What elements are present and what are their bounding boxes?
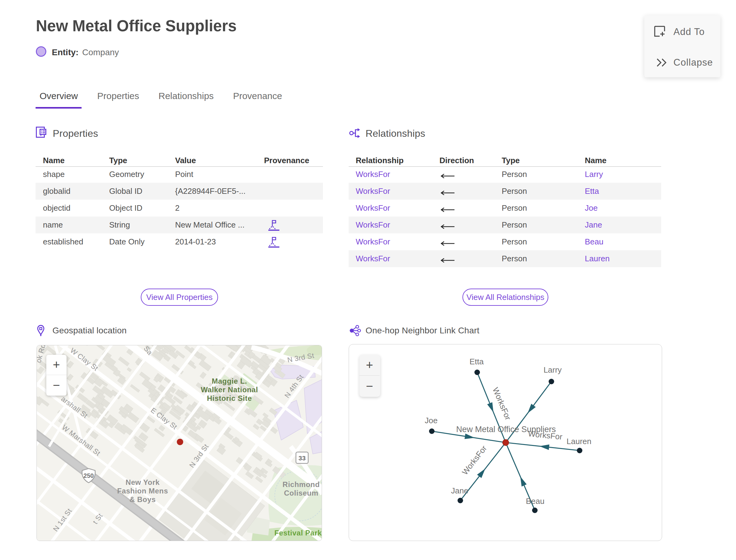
- svg-text:WorksFor: WorksFor: [460, 444, 489, 477]
- svg-text:Beau: Beau: [526, 497, 545, 506]
- svg-text:33: 33: [298, 455, 305, 462]
- svg-text:Coliseum: Coliseum: [284, 489, 318, 497]
- svg-text:Larry: Larry: [543, 365, 562, 374]
- svg-text:WorksFor: WorksFor: [491, 386, 513, 421]
- svg-text:Jane: Jane: [451, 486, 468, 495]
- svg-text:Etta: Etta: [470, 357, 484, 366]
- svg-text:250: 250: [83, 472, 94, 479]
- svg-text:Festival Park: Festival Park: [274, 529, 322, 537]
- svg-text:WorksFor: WorksFor: [528, 429, 563, 442]
- svg-text:Maggie L.: Maggie L.: [212, 377, 247, 385]
- svg-text:Fashion Mens: Fashion Mens: [117, 487, 168, 495]
- svg-text:New York: New York: [125, 478, 159, 486]
- svg-text:Richmond: Richmond: [282, 480, 320, 489]
- svg-text:& Boys: & Boys: [129, 495, 156, 504]
- svg-text:Walker National: Walker National: [201, 385, 258, 394]
- svg-text:Lauren: Lauren: [567, 437, 592, 446]
- svg-text:Historic Site: Historic Site: [207, 394, 252, 402]
- svg-text:Joe: Joe: [425, 416, 438, 425]
